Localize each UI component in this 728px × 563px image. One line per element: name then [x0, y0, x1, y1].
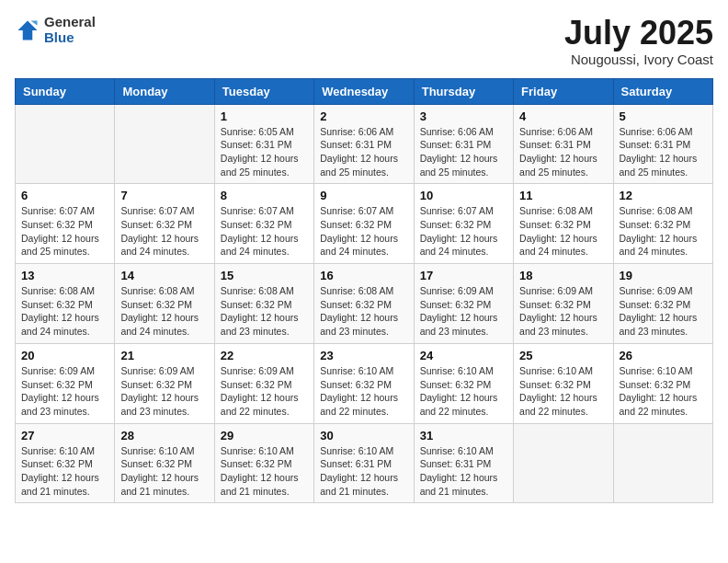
day-detail: Sunrise: 6:09 AMSunset: 6:32 PMDaylight:…	[120, 364, 208, 419]
col-sunday: Sunday	[16, 78, 115, 104]
logo-general: General	[44, 15, 96, 30]
daylight-text: Daylight: 12 hours and 24 minutes.	[221, 233, 299, 258]
sunrise-text: Sunrise: 6:10 AM	[21, 445, 95, 456]
week-row-2: 6Sunrise: 6:07 AMSunset: 6:32 PMDaylight…	[16, 184, 713, 264]
sunrise-text: Sunrise: 6:09 AM	[221, 365, 294, 376]
daylight-text: Daylight: 12 hours and 24 minutes.	[320, 233, 398, 258]
table-row: 13Sunrise: 6:08 AMSunset: 6:32 PMDayligh…	[16, 264, 115, 344]
table-row: 6Sunrise: 6:07 AMSunset: 6:32 PMDaylight…	[16, 184, 115, 264]
day-number: 10	[420, 189, 507, 202]
col-friday: Friday	[514, 78, 613, 104]
day-number: 9	[320, 189, 407, 202]
sunset-text: Sunset: 6:31 PM	[420, 458, 492, 469]
logo: General Blue	[15, 15, 96, 45]
table-row: 22Sunrise: 6:09 AMSunset: 6:32 PMDayligh…	[214, 343, 313, 423]
daylight-text: Daylight: 12 hours and 24 minutes.	[420, 233, 498, 258]
daylight-text: Daylight: 12 hours and 21 minutes.	[21, 472, 99, 497]
calendar-title: July 2025	[564, 15, 713, 52]
day-detail: Sunrise: 6:10 AMSunset: 6:32 PMDaylight:…	[620, 364, 707, 419]
day-number: 29	[221, 429, 308, 442]
sunset-text: Sunset: 6:32 PM	[320, 379, 392, 390]
sunrise-text: Sunrise: 6:10 AM	[620, 365, 693, 376]
logo-blue: Blue	[44, 30, 96, 46]
sunset-text: Sunset: 6:32 PM	[519, 219, 591, 230]
sunset-text: Sunset: 6:31 PM	[519, 139, 591, 150]
sunrise-text: Sunrise: 6:06 AM	[320, 126, 393, 137]
daylight-text: Daylight: 12 hours and 25 minutes.	[320, 153, 398, 178]
daylight-text: Daylight: 12 hours and 23 minutes.	[620, 312, 698, 337]
sunset-text: Sunset: 6:31 PM	[420, 139, 492, 150]
day-detail: Sunrise: 6:06 AMSunset: 6:31 PMDaylight:…	[519, 125, 607, 179]
day-number: 25	[519, 349, 607, 362]
day-number: 23	[320, 349, 407, 362]
sunrise-text: Sunrise: 6:07 AM	[221, 205, 294, 216]
day-detail: Sunrise: 6:06 AMSunset: 6:31 PMDaylight:…	[620, 125, 707, 179]
day-number: 11	[519, 189, 607, 202]
day-number: 6	[21, 189, 108, 202]
day-number: 24	[420, 349, 507, 362]
sunrise-text: Sunrise: 6:05 AM	[221, 126, 294, 137]
daylight-text: Daylight: 12 hours and 22 minutes.	[620, 392, 698, 417]
week-row-1: 1Sunrise: 6:05 AMSunset: 6:31 PMDaylight…	[16, 104, 713, 184]
day-number: 22	[221, 349, 308, 362]
daylight-text: Daylight: 12 hours and 25 minutes.	[420, 153, 498, 178]
sunrise-text: Sunrise: 6:10 AM	[320, 365, 393, 376]
day-detail: Sunrise: 6:10 AMSunset: 6:32 PMDaylight:…	[120, 444, 208, 499]
table-row: 31Sunrise: 6:10 AMSunset: 6:31 PMDayligh…	[414, 423, 513, 503]
daylight-text: Daylight: 12 hours and 25 minutes.	[519, 153, 597, 178]
day-number: 1	[221, 109, 308, 123]
table-row: 23Sunrise: 6:10 AMSunset: 6:32 PMDayligh…	[314, 343, 414, 423]
day-number: 20	[21, 349, 108, 362]
col-thursday: Thursday	[414, 78, 513, 104]
day-detail: Sunrise: 6:07 AMSunset: 6:32 PMDaylight:…	[21, 204, 108, 259]
day-number: 15	[221, 269, 308, 282]
sunset-text: Sunset: 6:32 PM	[420, 299, 492, 310]
day-detail: Sunrise: 6:07 AMSunset: 6:32 PMDaylight:…	[420, 204, 507, 259]
day-number: 13	[21, 269, 108, 282]
daylight-text: Daylight: 12 hours and 21 minutes.	[120, 472, 199, 497]
sunrise-text: Sunrise: 6:08 AM	[519, 205, 593, 216]
day-detail: Sunrise: 6:08 AMSunset: 6:32 PMDaylight:…	[21, 284, 108, 339]
day-detail: Sunrise: 6:05 AMSunset: 6:31 PMDaylight:…	[221, 125, 308, 179]
day-detail: Sunrise: 6:09 AMSunset: 6:32 PMDaylight:…	[620, 284, 707, 339]
daylight-text: Daylight: 12 hours and 22 minutes.	[420, 392, 498, 417]
sunrise-text: Sunrise: 6:08 AM	[21, 285, 95, 296]
sunset-text: Sunset: 6:32 PM	[221, 219, 292, 230]
col-saturday: Saturday	[613, 78, 712, 104]
day-detail: Sunrise: 6:06 AMSunset: 6:31 PMDaylight:…	[420, 125, 507, 179]
daylight-text: Daylight: 12 hours and 24 minutes.	[21, 312, 99, 337]
day-detail: Sunrise: 6:08 AMSunset: 6:32 PMDaylight:…	[620, 204, 707, 259]
table-row: 25Sunrise: 6:10 AMSunset: 6:32 PMDayligh…	[514, 343, 613, 423]
table-row: 26Sunrise: 6:10 AMSunset: 6:32 PMDayligh…	[613, 343, 712, 423]
sunrise-text: Sunrise: 6:07 AM	[420, 205, 494, 216]
sunset-text: Sunset: 6:32 PM	[221, 379, 292, 390]
calendar-table: Sunday Monday Tuesday Wednesday Thursday…	[15, 78, 713, 504]
sunrise-text: Sunrise: 6:09 AM	[420, 285, 494, 296]
day-detail: Sunrise: 6:10 AMSunset: 6:31 PMDaylight:…	[320, 444, 407, 499]
sunset-text: Sunset: 6:32 PM	[120, 219, 192, 230]
table-row: 29Sunrise: 6:10 AMSunset: 6:32 PMDayligh…	[214, 423, 313, 503]
sunrise-text: Sunrise: 6:10 AM	[221, 445, 294, 456]
logo-icon	[15, 17, 40, 43]
table-row: 12Sunrise: 6:08 AMSunset: 6:32 PMDayligh…	[613, 184, 712, 264]
day-detail: Sunrise: 6:09 AMSunset: 6:32 PMDaylight:…	[519, 284, 607, 339]
sunset-text: Sunset: 6:32 PM	[420, 219, 492, 230]
day-number: 12	[620, 189, 707, 202]
sunset-text: Sunset: 6:32 PM	[21, 219, 93, 230]
day-detail: Sunrise: 6:09 AMSunset: 6:32 PMDaylight:…	[21, 364, 108, 419]
sunset-text: Sunset: 6:32 PM	[221, 458, 292, 469]
sunrise-text: Sunrise: 6:06 AM	[519, 126, 593, 137]
daylight-text: Daylight: 12 hours and 22 minutes.	[320, 392, 398, 417]
table-row	[514, 423, 613, 503]
day-number: 7	[120, 189, 208, 202]
table-row: 30Sunrise: 6:10 AMSunset: 6:31 PMDayligh…	[314, 423, 414, 503]
table-row: 16Sunrise: 6:08 AMSunset: 6:32 PMDayligh…	[314, 264, 414, 344]
table-row: 19Sunrise: 6:09 AMSunset: 6:32 PMDayligh…	[613, 264, 712, 344]
sunset-text: Sunset: 6:31 PM	[620, 139, 691, 150]
sunrise-text: Sunrise: 6:08 AM	[620, 205, 693, 216]
svg-marker-1	[31, 20, 38, 25]
sunrise-text: Sunrise: 6:07 AM	[120, 205, 194, 216]
sunset-text: Sunset: 6:31 PM	[221, 139, 292, 150]
day-number: 4	[519, 109, 607, 123]
day-number: 14	[120, 269, 208, 282]
